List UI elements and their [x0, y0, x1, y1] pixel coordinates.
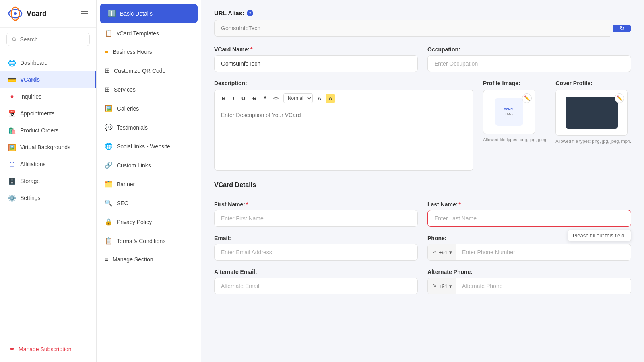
sec-nav-label: Social links - Website	[117, 143, 170, 150]
italic-button[interactable]: I	[230, 94, 237, 103]
code-button[interactable]: <>	[271, 94, 281, 102]
alt-phone-input-wrap: 🏳 +91 ▾	[427, 278, 631, 294]
url-alias-section: URL Alias: ? ↻	[214, 10, 631, 37]
highlight-button[interactable]: A	[326, 94, 334, 103]
search-input[interactable]	[20, 36, 85, 43]
sidebar-item-label: Dashboard	[20, 60, 48, 66]
alt-phone-input[interactable]	[456, 278, 631, 294]
last-name-group: Last Name: * Please fill out this field.	[427, 201, 631, 227]
quote-button[interactable]: ❝	[261, 94, 268, 103]
email-input[interactable]	[214, 244, 418, 261]
sidebar-item-product-orders[interactable]: 🛍️ Product Orders	[0, 122, 96, 139]
phone-input[interactable]	[456, 244, 631, 260]
format-select[interactable]: Normal	[283, 93, 313, 103]
sidebar-item-appointments[interactable]: 📅 Appointments	[0, 105, 96, 122]
occupation-input[interactable]	[427, 55, 631, 72]
sec-nav-label: Galleries	[117, 105, 139, 112]
font-color-button[interactable]: A	[315, 94, 324, 103]
svg-point-2	[14, 12, 17, 15]
sec-nav-privacy-policy[interactable]: 🔒 Privacy Policy	[97, 212, 201, 231]
sidebar-item-label: Virtual Backgrounds	[20, 144, 70, 150]
sec-nav-label: vCard Templates	[117, 30, 159, 37]
alt-phone-flag-selector[interactable]: 🏳 +91 ▾	[428, 278, 456, 294]
last-name-input[interactable]	[427, 210, 631, 227]
vcard-name-required: *	[250, 46, 252, 53]
sec-nav-business-hours[interactable]: ● Business Hours	[97, 43, 201, 61]
strikethrough-button[interactable]: S	[250, 94, 258, 103]
sec-nav-label: Privacy Policy	[117, 219, 152, 225]
manage-subscription[interactable]: ❤ Manage Subscription	[6, 343, 90, 356]
underline-button[interactable]: U	[239, 94, 248, 103]
sidebar-header: Vcard	[0, 0, 96, 28]
cover-profile-group: Cover Profile: ✏️ Allowed file types: pn…	[555, 80, 631, 144]
basic-details-icon: ℹ️	[108, 10, 116, 17]
gomsu-logo: GOMSU InfoTech	[499, 104, 519, 120]
sec-nav-label: Customize QR Code	[114, 68, 165, 74]
vcard-name-group: VCard Name: *	[214, 46, 418, 72]
description-section: Description: B I U S ❝ <> Normal A A	[214, 80, 631, 172]
vcard-name-input[interactable]	[214, 55, 418, 72]
product-orders-icon: 🛍️	[8, 126, 16, 134]
url-alias-input[interactable]	[214, 20, 610, 37]
last-name-label: Last Name: *	[427, 201, 631, 208]
name-occupation-row: VCard Name: * Occupation:	[214, 46, 631, 72]
sec-nav-label: Terms & Conditions	[117, 238, 165, 244]
cover-profile-edit-icon[interactable]: ✏️	[615, 93, 624, 103]
vcard-name-label: VCard Name: *	[214, 46, 418, 53]
sec-nav-label: Basic Details	[120, 10, 153, 17]
sec-nav-basic-details[interactable]: ℹ️ Basic Details	[100, 4, 198, 23]
sec-nav-services[interactable]: ⊞ Services	[97, 80, 201, 99]
profile-image-edit-icon[interactable]: ✏️	[522, 93, 532, 103]
sec-nav-custom-links[interactable]: 🔗 Custom Links	[97, 156, 201, 175]
profile-image-upload[interactable]: ✏️ GOMSU InfoTech	[483, 90, 535, 134]
email-label: Email:	[214, 235, 418, 241]
affiliations-icon: ⬡	[8, 160, 16, 168]
sidebar-item-virtual-backgrounds[interactable]: 🖼️ Virtual Backgrounds	[0, 139, 96, 156]
sec-nav-banner[interactable]: 🗂️ Banner	[97, 175, 201, 193]
sec-nav-galleries[interactable]: 🖼️ Galleries	[97, 99, 201, 118]
cover-profile-upload[interactable]: ✏️	[555, 90, 628, 136]
search-box[interactable]	[6, 33, 90, 46]
phone-dropdown-arrow: ▾	[449, 249, 452, 255]
sec-nav-seo[interactable]: 🔍 SEO	[97, 193, 201, 212]
phone-flag-selector[interactable]: 🏳 +91 ▾	[428, 244, 456, 260]
sec-nav-label: Testimonials	[117, 124, 148, 131]
url-alias-info-icon[interactable]: ?	[247, 10, 253, 16]
first-name-input[interactable]	[214, 210, 418, 227]
sidebar-item-label: Inquiries	[20, 93, 41, 100]
sidebar-item-dashboard[interactable]: 🌐 Dashboard	[0, 54, 96, 71]
subscription-label: Manage Subscription	[19, 346, 72, 352]
sec-nav-social-links[interactable]: 🌐 Social links - Website	[97, 137, 201, 156]
sidebar-item-storage[interactable]: 🗄️ Storage	[0, 173, 96, 189]
sidebar-item-label: Affiliations	[20, 161, 46, 167]
sidebar-item-settings[interactable]: ⚙️ Settings	[0, 189, 96, 206]
occupation-group: Occupation:	[427, 46, 631, 72]
description-textarea[interactable]	[214, 106, 473, 171]
settings-icon: ⚙️	[8, 194, 16, 202]
seo-icon: 🔍	[105, 199, 113, 207]
hamburger-menu[interactable]	[81, 11, 88, 16]
sidebar-item-label: Settings	[20, 195, 41, 201]
services-icon: ⊞	[105, 86, 110, 93]
sidebar-item-vcards[interactable]: 💳 VCards	[0, 71, 96, 88]
galleries-icon: 🖼️	[105, 105, 113, 112]
sec-nav-label: SEO	[117, 200, 129, 206]
profile-image-group: Profile Image: ✏️ GOMSU InfoTech	[483, 80, 547, 144]
secondary-sidebar: ℹ️ Basic Details 📋 vCard Templates ● Bus…	[97, 0, 201, 362]
name-row: First Name: * Last Name: * Please fill o…	[214, 201, 631, 227]
social-links-icon: 🌐	[105, 142, 113, 150]
sec-nav-testimonials[interactable]: 💬 Testimonials	[97, 118, 201, 137]
sec-nav-vcard-templates[interactable]: 📋 vCard Templates	[97, 24, 201, 43]
sidebar-item-inquiries[interactable]: ● Inquiries	[0, 88, 96, 105]
virtual-bg-icon: 🖼️	[8, 143, 16, 151]
url-alias-refresh-button[interactable]: ↻	[613, 25, 631, 32]
bold-button[interactable]: B	[219, 94, 228, 103]
alt-email-label: Alternate Email:	[214, 269, 418, 275]
sidebar-item-affiliations[interactable]: ⬡ Affiliations	[0, 156, 96, 173]
sec-nav-terms[interactable]: 📋 Terms & Conditions	[97, 231, 201, 250]
description-group: Description: B I U S ❝ <> Normal A A	[214, 80, 473, 172]
alt-email-input[interactable]	[214, 278, 418, 294]
profile-image-placeholder: GOMSU InfoTech	[495, 98, 523, 126]
sec-nav-manage-section[interactable]: ≡ Manage Section	[97, 250, 201, 269]
sec-nav-customize-qr[interactable]: ⊞ Customize QR Code	[97, 61, 201, 80]
